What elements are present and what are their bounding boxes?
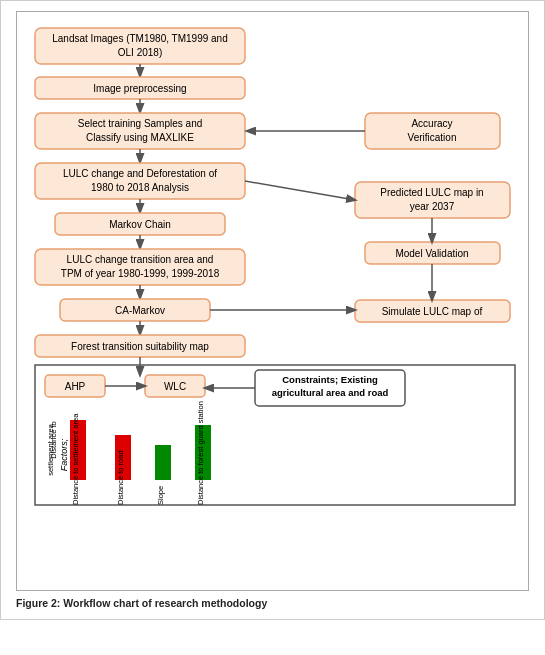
svg-text:Accuracy: Accuracy [411, 118, 452, 129]
svg-text:Constraints; Existing: Constraints; Existing [282, 374, 378, 385]
svg-text:WLC: WLC [164, 381, 186, 392]
diagram-area: Landsat Images (TM1980, TM1999 and OLI 2… [16, 11, 529, 591]
figure-caption: Figure 2: Workflow chart of research met… [16, 597, 529, 609]
svg-text:Simulate LULC map of: Simulate LULC map of [382, 306, 483, 317]
svg-text:Distance to forest guard stati: Distance to forest guard station [196, 401, 205, 505]
figure-title: Workflow chart of research methodology [63, 597, 267, 609]
svg-text:1980 to 2018 Analysis: 1980 to 2018 Analysis [91, 182, 189, 193]
svg-text:Landsat Images (TM1980, TM1999: Landsat Images (TM1980, TM1999 and [52, 33, 227, 44]
svg-text:Slope: Slope [156, 486, 165, 505]
svg-text:TPM of year 1980-1999, 1999-20: TPM of year 1980-1999, 1999-2018 [61, 268, 220, 279]
figure-label: Figure 2: [16, 597, 60, 609]
svg-text:LULC change and Deforestation : LULC change and Deforestation of [63, 168, 217, 179]
svg-text:Distance to settlement area: Distance to settlement area [71, 413, 80, 505]
svg-text:Markov Chain: Markov Chain [109, 219, 171, 230]
svg-text:Factors;: Factors; [59, 438, 69, 471]
svg-text:agricultural area and road: agricultural area and road [272, 387, 389, 398]
svg-text:CA-Markov: CA-Markov [115, 305, 165, 316]
workflow-svg: Landsat Images (TM1980, TM1999 and OLI 2… [25, 20, 535, 550]
svg-text:Distance to road: Distance to road [116, 450, 125, 505]
svg-text:AHP: AHP [65, 381, 86, 392]
svg-text:Classify using MAXLIKE: Classify using MAXLIKE [86, 132, 194, 143]
svg-rect-58 [155, 445, 171, 480]
svg-text:Verification: Verification [408, 132, 457, 143]
svg-text:year 2037: year 2037 [410, 201, 455, 212]
svg-text:OLI 2018): OLI 2018) [118, 47, 162, 58]
svg-text:Forest transition suitability : Forest transition suitability map [71, 341, 209, 352]
svg-text:LULC change transition area an: LULC change transition area and [67, 254, 214, 265]
svg-text:Predicted LULC map in: Predicted LULC map in [380, 187, 483, 198]
svg-text:Image preprocessing: Image preprocessing [93, 83, 186, 94]
svg-text:Select training Samples and: Select training Samples and [78, 118, 203, 129]
svg-line-34 [245, 181, 355, 200]
svg-text:settlement area: settlement area [46, 423, 55, 476]
svg-text:Model Validation: Model Validation [395, 248, 468, 259]
page: Landsat Images (TM1980, TM1999 and OLI 2… [0, 0, 545, 620]
